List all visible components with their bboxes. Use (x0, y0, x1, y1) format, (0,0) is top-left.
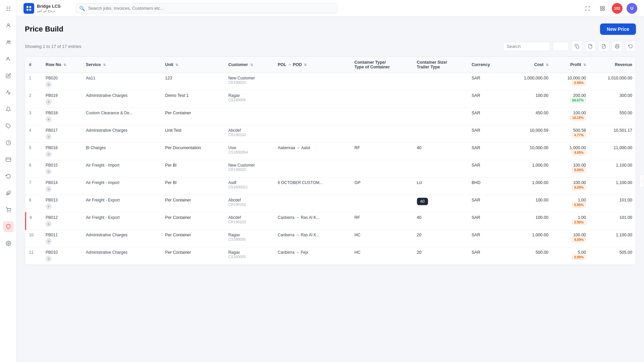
cell-service: Bl Charges (83, 143, 162, 160)
copy-button[interactable] (572, 41, 582, 52)
cell-profit: 1.00 0.99% (552, 195, 589, 213)
cell-num: 5 (26, 143, 42, 160)
tooltip-box: 40 (417, 198, 428, 205)
cell-num: 10 (26, 230, 42, 247)
cell-unit: Per Container (162, 108, 225, 125)
cell-currency: SAR (468, 90, 505, 108)
sidebar: ☷ (0, 0, 17, 362)
cell-container-size: 20 (414, 230, 469, 247)
print-button[interactable] (612, 41, 623, 52)
table-header-row: # Row No ⇅ Service ⇅ Unit ⇅ Customer ⇅ P… (26, 57, 636, 73)
cell-container-type (351, 160, 414, 178)
cell-container-size: 40 (414, 213, 469, 230)
cell-cost: 1,000,000.00 (505, 73, 552, 90)
refresh-button[interactable] (625, 41, 636, 52)
cell-customer: AbcdefCR190102 (225, 213, 274, 230)
grid-view-icon[interactable] (597, 3, 608, 14)
cell-pol-pod (274, 195, 351, 213)
table-body: 1 PB020 + Aa11 123 New CustomerCR190020 … (26, 73, 636, 265)
col-unit[interactable]: Unit ⇅ (162, 57, 225, 73)
col-currency[interactable]: Currency (468, 57, 505, 73)
excel-button[interactable] (585, 41, 596, 52)
new-price-button[interactable]: New Price (600, 23, 636, 35)
table-search-input[interactable] (503, 42, 550, 51)
search-input[interactable] (76, 3, 337, 13)
cell-container-size: 40 (414, 195, 469, 213)
per-page-input[interactable]: 25 (553, 42, 569, 51)
cell-customer: AbcdefCR190102 (225, 125, 274, 143)
col-container-type[interactable]: Container Type/Type of Container (351, 57, 414, 73)
profit-badge: 9.09% (572, 150, 586, 155)
col-container-size[interactable]: Container Size/Trailer Type (414, 57, 469, 73)
table-row[interactable]: 3 PB018 + Custom Clearance & De... Per C… (26, 108, 636, 125)
sidebar-icon-group[interactable] (3, 37, 14, 48)
cell-profit: 500.58 4.77% (552, 125, 589, 143)
table-row[interactable]: 10 PB011 + Administrative Charges Per Co… (26, 230, 636, 247)
table-row[interactable]: 9 PB012 + Air Freight - Export Per Conta… (26, 213, 636, 230)
cell-cost: 1,000.00 (505, 178, 552, 195)
notification-button[interactable]: 102 (612, 3, 623, 14)
sidebar-icon-cart[interactable] (3, 204, 14, 215)
table-row[interactable]: 7 PB014 + Air Freight - Import Per Bl As… (26, 178, 636, 195)
cell-container-size: Lcl (414, 178, 469, 195)
avatar-initials: U (630, 6, 633, 11)
table-row[interactable]: 6 PB015 + Air Freight - Import Per Bl Ne… (26, 160, 636, 178)
col-row-no[interactable]: Row No ⇅ (42, 57, 83, 73)
table-row[interactable]: 5 PB016 + Bl Charges Per Documentation U… (26, 143, 636, 160)
page-content: Price Build New Price Showing 1 to 17 of… (17, 17, 644, 362)
cell-row-no: PB020 + (42, 73, 83, 90)
cell-container-size (414, 125, 469, 143)
sidebar-icon-grid[interactable]: ☷ (3, 3, 14, 14)
sidebar-icon-refresh[interactable] (3, 171, 14, 182)
avatar[interactable]: U (627, 3, 637, 14)
cell-pol-pod (274, 160, 351, 178)
sidebar-icon-clock[interactable] (3, 137, 14, 148)
showing-text: Showing 1 to 17 of 17 entries (25, 44, 81, 49)
cell-container-type (351, 125, 414, 143)
sidebar-icon-person-add[interactable] (3, 54, 14, 64)
expand-icon[interactable] (582, 3, 593, 14)
cell-unit: Per Container (162, 195, 225, 213)
cell-cost: 500.00 (505, 247, 552, 265)
col-cost[interactable]: Cost ⇅ (505, 57, 552, 73)
sidebar-icon-bell[interactable] (3, 104, 14, 115)
cell-customer: RagavCS180005 (225, 230, 274, 247)
col-customer[interactable]: Customer ⇅ (225, 57, 274, 73)
table-row[interactable]: 2 PB019 + Administrative Charges Demo Te… (26, 90, 636, 108)
col-revenue[interactable]: Revenue (589, 57, 636, 73)
col-service[interactable]: Service ⇅ (83, 57, 162, 73)
sidebar-collapse-handle[interactable]: ‹ (639, 174, 644, 188)
svg-point-2 (9, 41, 10, 42)
cell-currency: SAR (468, 230, 505, 247)
logo-name-ar: بريدج لي اس (37, 9, 61, 13)
cell-currency: SAR (468, 125, 505, 143)
cell-container-size (414, 108, 469, 125)
table-row[interactable]: 11 PB010 + Administrative Charges Per Co… (26, 247, 636, 265)
sidebar-icon-puzzle[interactable] (3, 188, 14, 198)
sidebar-icon-settings[interactable] (3, 238, 14, 249)
col-pol-pod[interactable]: POL → POD ⇅ (274, 57, 351, 73)
cell-revenue: 10,501.17 (589, 125, 636, 143)
cell-unit: Demo Test 1 (162, 90, 225, 108)
cell-currency: SAR (468, 108, 505, 125)
sidebar-icon-chart[interactable] (3, 87, 14, 98)
table-row[interactable]: 1 PB020 + Aa11 123 New CustomerCR190020 … (26, 73, 636, 90)
csv-button[interactable] (598, 41, 609, 52)
col-num[interactable]: # (26, 57, 42, 73)
sidebar-icon-tag[interactable] (3, 121, 14, 131)
sidebar-icon-shield[interactable] (3, 221, 14, 232)
sidebar-icon-edit[interactable] (3, 70, 14, 81)
cell-row-no: PB013 + (42, 195, 83, 213)
sidebar-icon-person[interactable] (3, 20, 14, 31)
table-row[interactable]: 8 PB013 + Air Freight - Export Per Conta… (26, 195, 636, 213)
sidebar-icon-card[interactable] (3, 154, 14, 165)
cell-service: Air Freight - Import (83, 178, 162, 195)
logo-area: Bridge LCS بريدج لي اس (23, 3, 70, 14)
profit-badge: 0.99% (572, 220, 586, 225)
profit-badge: 0.99% (572, 202, 586, 207)
cell-row-no: PB015 + (42, 160, 83, 178)
cell-customer: RagavCS180005 (225, 90, 274, 108)
col-profit[interactable]: Profit ⇅ (552, 57, 589, 73)
search-bar[interactable]: 🔍 (76, 3, 337, 13)
table-row[interactable]: 4 PB017 + Administrative Charges Unit Te… (26, 125, 636, 143)
